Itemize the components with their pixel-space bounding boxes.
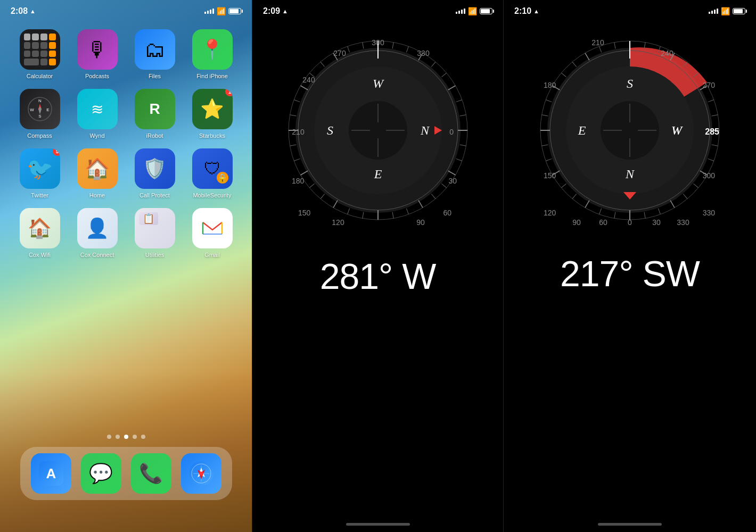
svg-line-115 [644, 212, 645, 219]
svg-line-63 [347, 46, 349, 52]
app-label-coxconnect: Cox Connect [80, 252, 114, 258]
app-home[interactable]: 🏠 Home [73, 148, 121, 198]
app-files[interactable]: 🗂 Files [131, 29, 179, 79]
svg-line-118 [572, 194, 577, 199]
status-bar-1: 2:08 ▲ 📶 [0, 0, 252, 19]
svg-text:150: 150 [298, 209, 311, 217]
svg-text:330: 330 [703, 209, 716, 217]
signal-bars-2 [456, 9, 465, 14]
wifi-icon-3: 📶 [721, 7, 730, 15]
badge-twitter: 5 [53, 148, 60, 156]
svg-line-52 [392, 212, 393, 219]
svg-line-48 [456, 159, 462, 161]
svg-line-116 [614, 212, 615, 219]
svg-line-108 [708, 100, 714, 102]
svg-text:60: 60 [443, 209, 451, 217]
app-compass[interactable]: N S W E Compass [16, 89, 64, 139]
svg-text:0: 0 [628, 218, 632, 226]
svg-text:240: 240 [661, 49, 673, 57]
phone3-compass: 2:10 ▲ 📶 [504, 0, 756, 532]
svg-text:N: N [38, 98, 42, 103]
dot-3 [124, 435, 128, 439]
svg-line-110 [712, 145, 718, 146]
svg-text:90: 90 [416, 218, 425, 226]
app-label-home: Home [89, 192, 105, 198]
app-wynd[interactable]: ≋ Wynd [73, 89, 121, 139]
phone2-compass: 2:09 ▲ 📶 [252, 0, 504, 532]
app-label-compass: Compass [27, 132, 52, 139]
app-podcasts[interactable]: 🎙 Podcasts [73, 29, 121, 79]
time-display-1: 2:08 [11, 6, 28, 16]
svg-line-127 [614, 43, 615, 49]
svg-line-60 [294, 100, 300, 102]
battery-icon-1 [228, 8, 241, 14]
svg-line-59 [290, 115, 296, 116]
svg-line-125 [572, 62, 577, 66]
app-calculator[interactable]: Calculator [16, 29, 64, 79]
degree-value-3: 217° SW [560, 253, 700, 294]
app-gmail[interactable]: Gmail [188, 208, 236, 258]
svg-line-55 [321, 194, 325, 199]
svg-line-41 [392, 43, 393, 49]
dock-app-phone[interactable]: 📞 [131, 453, 171, 494]
dock-app-safari[interactable] [181, 453, 221, 494]
app-label-gmail: Gmail [204, 252, 220, 258]
svg-text:120: 120 [544, 209, 556, 217]
compass3-svg: S W N E [529, 35, 731, 226]
degree-value-2: 281° W [320, 255, 436, 297]
svg-text:E: E [373, 167, 382, 181]
svg-line-43 [431, 62, 435, 66]
app-label-callprotect: Call Protect [139, 192, 170, 198]
svg-line-120 [546, 159, 552, 161]
app-mobilesecurity[interactable]: 🛡 🔒 MobileSecurity [188, 148, 236, 198]
degree-reading-2: 281° W [252, 255, 503, 297]
svg-line-54 [347, 209, 349, 214]
app-irobot[interactable]: R iRobot [131, 89, 179, 139]
dock-area: A 💬 📞 [0, 435, 252, 500]
svg-line-42 [406, 46, 408, 52]
app-label-starbucks: Starbucks [199, 132, 225, 139]
app-coxconnect[interactable]: 👤 Cox Connect [73, 208, 121, 258]
app-starbucks[interactable]: ⭐ 1 Starbucks [188, 89, 236, 139]
home-indicator-3 [598, 523, 662, 526]
svg-line-119 [561, 184, 566, 188]
dock-app-appstore[interactable]: A [31, 453, 71, 494]
svg-text:30: 30 [448, 177, 457, 185]
dot-4 [133, 435, 137, 439]
dot-5 [141, 435, 145, 439]
compass2-svg: W N E S [282, 35, 474, 226]
wifi-icon-1: 📶 [217, 7, 226, 15]
app-label-mobilesecurity: MobileSecurity [193, 192, 231, 198]
svg-text:120: 120 [332, 218, 344, 226]
app-label-coxwifi: Cox Wifi [29, 252, 51, 258]
svg-text:330: 330 [417, 49, 430, 57]
svg-line-56 [309, 184, 314, 188]
svg-line-111 [708, 159, 714, 161]
dot-2 [116, 435, 120, 439]
app-twitter[interactable]: 🐦 5 Twitter [16, 148, 64, 198]
svg-line-31 [448, 86, 455, 90]
svg-line-62 [321, 62, 325, 66]
svg-line-33 [448, 171, 455, 175]
app-coxwifi[interactable]: 🏠 Cox Wifi [16, 208, 64, 258]
app-utilities[interactable]: 📋 Utilities [131, 208, 179, 258]
app-findiphone[interactable]: 📍 Find iPhone [188, 29, 236, 79]
svg-line-64 [362, 43, 363, 49]
svg-text:285: 285 [705, 127, 719, 136]
svg-text:180: 180 [544, 81, 556, 89]
dock: A 💬 📞 [20, 447, 232, 500]
time-display-3: 2:10 [514, 6, 531, 16]
svg-text:S: S [627, 77, 633, 90]
dock-app-messages[interactable]: 💬 [81, 453, 121, 494]
svg-text:240: 240 [302, 76, 315, 84]
phone1-homescreen: 2:08 ▲ 📶 [0, 0, 252, 532]
svg-text:N: N [625, 167, 635, 181]
svg-line-123 [546, 100, 552, 102]
app-label-twitter: Twitter [31, 192, 48, 198]
svg-text:N: N [420, 123, 430, 137]
svg-line-47 [459, 145, 466, 146]
svg-line-112 [694, 184, 699, 188]
svg-line-114 [658, 209, 660, 214]
app-callprotect[interactable]: 🛡️ Call Protect [131, 148, 179, 198]
svg-line-58 [290, 145, 296, 146]
